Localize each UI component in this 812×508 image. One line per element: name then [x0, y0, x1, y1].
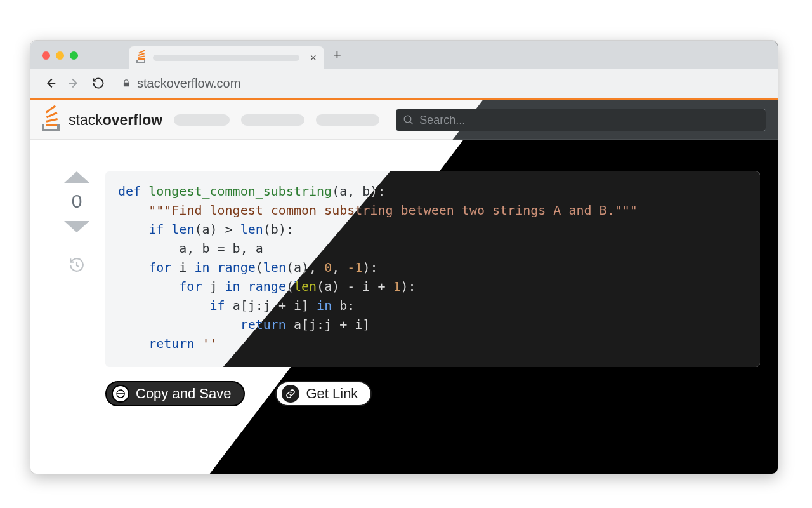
stackoverflow-favicon-icon — [136, 53, 147, 63]
search-placeholder: Search... — [419, 114, 465, 127]
history-icon[interactable] — [69, 257, 85, 276]
tab-bar: × + — [30, 41, 778, 69]
forward-button[interactable] — [67, 76, 81, 90]
link-icon — [282, 385, 299, 403]
tab-title-placeholder — [153, 55, 299, 61]
lock-icon — [122, 79, 131, 88]
close-tab-button[interactable]: × — [310, 52, 317, 64]
maximize-window-button[interactable] — [70, 51, 78, 60]
reload-button[interactable] — [91, 76, 105, 90]
get-link-button[interactable]: Get Link — [275, 381, 372, 406]
close-window-button[interactable] — [42, 51, 50, 60]
stackoverflow-logo[interactable]: stackoverflow — [42, 109, 162, 131]
nav-placeholder-2[interactable] — [241, 114, 304, 126]
nav-placeholder-1[interactable] — [174, 114, 230, 126]
stackoverflow-logo-icon — [42, 109, 63, 131]
address-bar: stackoverflow.com — [30, 69, 778, 98]
downvote-button[interactable] — [64, 221, 89, 232]
copy-and-save-button[interactable]: Copy and Save — [105, 381, 245, 406]
answer-body: def longest_common_substring(a, b): """F… — [105, 171, 760, 474]
copy-save-icon — [112, 385, 129, 403]
site-header: stackoverflow Search... — [30, 100, 778, 140]
search-input[interactable]: Search... — [396, 109, 766, 131]
action-buttons: Copy and Save Get Link — [105, 381, 760, 406]
nav-placeholder-3[interactable] — [316, 114, 379, 126]
vote-score: 0 — [72, 190, 82, 212]
new-tab-button[interactable]: + — [333, 47, 341, 64]
search-icon — [403, 114, 414, 126]
url-text: stackoverflow.com — [137, 76, 240, 91]
browser-window: × + stackoverflow.com stackoverflow — [30, 40, 778, 474]
vote-column: 0 — [48, 171, 105, 474]
copy-save-label: Copy and Save — [136, 385, 231, 402]
upvote-button[interactable] — [64, 171, 89, 183]
svg-point-0 — [405, 116, 412, 123]
logo-text: stackoverflow — [69, 112, 162, 129]
window-controls — [42, 51, 78, 60]
page-content: 0 def longest_common_substring(a, b): ""… — [30, 140, 778, 474]
back-button[interactable] — [43, 76, 57, 90]
browser-tab[interactable]: × — [129, 46, 324, 69]
minimize-window-button[interactable] — [56, 51, 64, 60]
code-block[interactable]: def longest_common_substring(a, b): """F… — [105, 171, 760, 367]
url-display[interactable]: stackoverflow.com — [122, 76, 240, 91]
get-link-label: Get Link — [306, 385, 358, 402]
